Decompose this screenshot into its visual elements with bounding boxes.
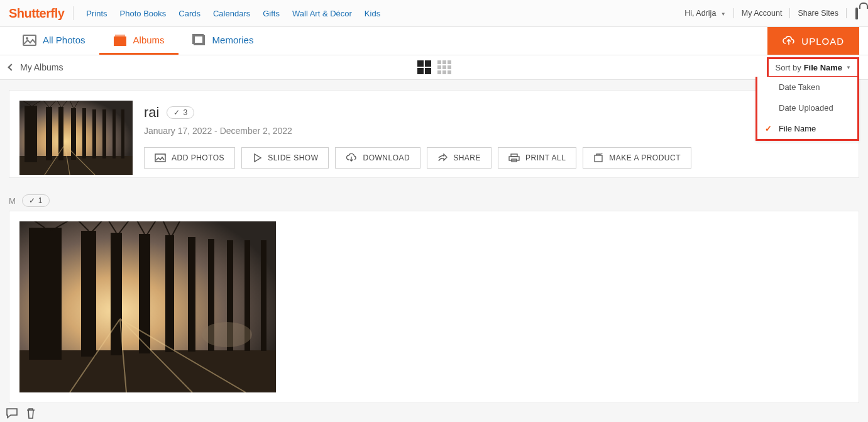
photo-grid <box>9 211 859 403</box>
svg-text:+: + <box>163 153 166 158</box>
user-greeting[interactable]: Hi, Adrija ▼ <box>684 9 725 18</box>
svg-rect-2 <box>114 36 126 46</box>
nav-gifts[interactable]: Gifts <box>263 9 280 18</box>
upload-label: UPLOAD <box>801 36 844 47</box>
tab-label: Albums <box>133 35 165 45</box>
upload-button[interactable]: UPLOAD <box>767 27 859 55</box>
share-button[interactable]: SHARE <box>427 147 492 169</box>
svg-rect-42 <box>165 235 174 352</box>
button-label: ADD PHOTOS <box>172 153 224 162</box>
tab-bar: All Photos Albums Memories UPLOAD <box>0 27 868 55</box>
add-photos-button[interactable]: + ADD PHOTOS <box>144 147 235 169</box>
share-icon <box>437 153 448 162</box>
nav-cards[interactable]: Cards <box>179 9 201 18</box>
make-product-button[interactable]: + MAKE A PRODUCT <box>583 147 691 169</box>
tab-all-photos[interactable]: All Photos <box>9 27 99 55</box>
button-label: SHARE <box>453 153 481 162</box>
svg-rect-40 <box>111 233 122 355</box>
download-button[interactable]: DOWNLOAD <box>335 147 420 169</box>
nav-kids[interactable]: Kids <box>365 9 380 18</box>
back-label: My Albums <box>20 62 63 72</box>
count-text: 3 <box>183 108 187 117</box>
add-photo-icon: + <box>155 153 166 162</box>
view-toggle <box>417 60 451 74</box>
site-header: Shutterfly Prints Photo Books Cards Cale… <box>0 0 868 27</box>
tab-albums[interactable]: Albums <box>99 27 179 55</box>
album-selected-count[interactable]: ✓ 3 <box>167 106 194 119</box>
back-link[interactable]: My Albums <box>9 62 63 72</box>
comment-icon[interactable] <box>5 407 19 419</box>
sort-label[interactable]: Sort by File Name ▼ <box>769 59 857 76</box>
svg-rect-39 <box>81 231 96 357</box>
svg-rect-8 <box>25 106 37 162</box>
grid-large-icon[interactable] <box>417 60 431 74</box>
nav-calendars[interactable]: Calendars <box>213 9 250 18</box>
nav-photo-books[interactable]: Photo Books <box>120 9 167 18</box>
print-all-button[interactable]: PRINT ALL <box>498 147 576 169</box>
album-actions: + ADD PHOTOS SLIDE SHOW DOWNLOAD SHARE P… <box>144 147 691 169</box>
bottom-toolbar <box>5 407 36 419</box>
sort-dropdown[interactable]: Sort by File Name ▼ Date Taken Date Uplo… <box>767 57 859 78</box>
sort-option-date-uploaded[interactable]: Date Uploaded <box>757 97 857 118</box>
product-icon: + <box>593 153 603 163</box>
cloud-download-icon <box>346 153 357 162</box>
svg-rect-16 <box>121 109 124 158</box>
greeting-text: Hi, Adrija <box>684 9 716 18</box>
album-toolbar: My Albums Sort by File Name ▼ Date Taken… <box>0 55 868 80</box>
cloud-upload-icon <box>783 36 795 46</box>
printer-icon <box>508 153 520 162</box>
svg-marker-30 <box>255 154 261 162</box>
album-thumbnail[interactable] <box>19 101 133 175</box>
svg-rect-32 <box>509 157 519 160</box>
svg-rect-15 <box>113 109 116 158</box>
sort-option-file-name[interactable]: File Name <box>757 118 857 139</box>
group-selected-count[interactable]: ✓ 1 <box>22 194 50 207</box>
button-label: MAKE A PRODUCT <box>609 153 681 162</box>
grid-small-icon[interactable] <box>437 60 451 74</box>
memories-icon <box>192 34 206 47</box>
top-nav: Prints Photo Books Cards Calendars Gifts… <box>73 6 380 20</box>
albums-icon <box>113 34 127 47</box>
cart-icon[interactable] <box>854 5 859 21</box>
svg-rect-34 <box>595 155 602 162</box>
album-date-range: January 17, 2022 - December 2, 2022 <box>144 126 691 136</box>
group-heading: M ✓ 1 <box>0 188 868 211</box>
share-sites-link[interactable]: Share Sites <box>798 9 838 18</box>
photo-icon <box>23 35 36 46</box>
trash-icon[interactable] <box>25 407 36 419</box>
tab-memories[interactable]: Memories <box>179 27 268 55</box>
count-text: 1 <box>38 196 43 205</box>
album-title: rai <box>144 104 159 121</box>
group-letter: M <box>9 196 16 206</box>
svg-rect-13 <box>92 109 96 158</box>
svg-point-62 <box>202 322 252 347</box>
album-info: rai ✓ 3 January 17, 2022 - December 2, 2… <box>144 101 691 169</box>
svg-rect-38 <box>29 228 62 360</box>
svg-rect-47 <box>261 240 266 351</box>
chevron-left-icon <box>8 64 14 70</box>
check-icon: ✓ <box>173 108 180 117</box>
svg-point-1 <box>26 37 28 40</box>
nav-wall-art[interactable]: Wall Art & Décor <box>292 9 352 18</box>
album-header: rai ✓ 3 January 17, 2022 - December 2, 2… <box>9 90 859 178</box>
check-icon: ✓ <box>29 196 35 205</box>
svg-rect-9 <box>46 107 52 160</box>
tab-label: Memories <box>212 35 254 45</box>
svg-text:+: + <box>600 153 603 156</box>
button-label: DOWNLOAD <box>363 153 410 162</box>
button-label: SLIDE SHOW <box>268 153 318 162</box>
header-right: Hi, Adrija ▼ My Account Share Sites <box>684 5 859 21</box>
svg-rect-43 <box>188 237 195 352</box>
my-account-link[interactable]: My Account <box>742 9 783 18</box>
svg-rect-3 <box>115 35 125 36</box>
photo-thumbnail[interactable] <box>19 221 276 392</box>
sort-value: File Name <box>804 63 842 72</box>
logo[interactable]: Shutterfly <box>9 6 64 21</box>
slide-show-button[interactable]: SLIDE SHOW <box>241 147 329 169</box>
svg-rect-14 <box>102 109 106 158</box>
play-icon <box>252 153 262 163</box>
nav-prints[interactable]: Prints <box>86 9 107 18</box>
sort-option-date-taken[interactable]: Date Taken <box>757 77 857 97</box>
svg-rect-12 <box>82 108 86 158</box>
sort-menu: Date Taken Date Uploaded File Name <box>755 77 859 141</box>
